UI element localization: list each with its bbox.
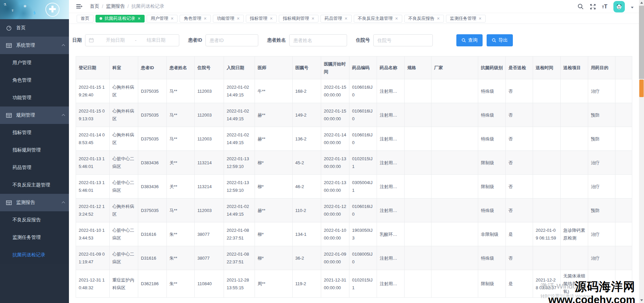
table-cell: 注射用… xyxy=(377,79,405,103)
scrollbar-thumb[interactable] xyxy=(639,6,644,79)
admission-no-input[interactable] xyxy=(373,34,433,46)
tab-close-icon[interactable]: ✕ xyxy=(270,17,273,20)
table-cell: D383436 xyxy=(138,151,167,175)
table-cell xyxy=(615,246,632,270)
table-row[interactable]: 2022-01-15 09:13:03心胸外科病区D375035马**11200… xyxy=(76,103,632,127)
sidebar-item[interactable]: 不良反应报告 xyxy=(0,211,69,229)
table-row[interactable]: 2022-01-10 13:44:53心脏中心二病区D31616朱**38077… xyxy=(76,222,632,246)
sidebar-item[interactable]: 首页 xyxy=(0,19,69,37)
tab-close-icon[interactable]: ✕ xyxy=(203,17,206,20)
sidebar-item[interactable]: 指标管理 xyxy=(0,124,69,141)
sidebar-item[interactable]: 用户管理 xyxy=(0,54,69,72)
column-header: 患者ID xyxy=(138,56,167,79)
menu-fold-icon[interactable] xyxy=(76,4,82,9)
date-start-placeholder: 开始日期 xyxy=(96,37,135,43)
column-header: 患者姓名 xyxy=(167,56,195,79)
tab[interactable]: 指标规则管理✕ xyxy=(279,15,318,23)
tab-close-icon[interactable]: ✕ xyxy=(395,17,398,20)
table-row[interactable]: 2022-01-14 08:53:45心胸外科病区D375035马**11200… xyxy=(76,127,632,151)
table-row[interactable]: 2022-01-13 15:46:01心脏中心二病区D383436关**1132… xyxy=(76,151,632,175)
breadcrumb-item[interactable]: 首页 xyxy=(90,3,99,9)
tab-close-icon[interactable]: ✕ xyxy=(479,17,482,20)
avatar[interactable] xyxy=(613,1,625,12)
table-cell: 112003 xyxy=(195,127,224,151)
table-cell xyxy=(561,151,588,175)
table-row[interactable]: 2022-01-15 19:26:40心胸外科病区D375035马**11200… xyxy=(76,79,632,103)
fullscreen-icon[interactable] xyxy=(590,4,596,10)
column-header: 医嘱号 xyxy=(293,56,321,79)
tab-close-icon[interactable]: ✕ xyxy=(138,17,141,20)
tab[interactable]: 药品管理✕ xyxy=(320,15,351,23)
table-cell: 特殊级 xyxy=(478,103,506,127)
eye-icon: ◉ xyxy=(24,4,27,8)
sidebar-item[interactable]: 监测任务管理 xyxy=(0,229,69,246)
table-row[interactable]: 2021-12-31 10:48:32重症监护内科病区D362186朱**110… xyxy=(76,270,632,298)
sidebar-group[interactable]: 系统管理 xyxy=(0,37,69,54)
chevron-down-icon[interactable] xyxy=(631,7,634,8)
table-cell: 赫** xyxy=(255,127,293,151)
table-row[interactable]: 2022-01-13 15:46:01心脏中心二病区D383436关**1132… xyxy=(76,175,632,199)
table-cell: 是 xyxy=(506,270,533,298)
table-cell: 否 xyxy=(506,199,533,222)
sidebar-item[interactable]: 不良反应主题管理 xyxy=(0,176,69,194)
table-cell: 2022-01-15 00:00:00 xyxy=(321,103,349,127)
tab[interactable]: 用户管理✕ xyxy=(147,15,178,23)
sidebar-item[interactable]: 角色管理 xyxy=(0,72,69,89)
chevron-up-icon xyxy=(62,202,65,205)
scroll-up-arrow-icon[interactable] xyxy=(640,2,643,4)
sidebar-item[interactable]: 功能管理 xyxy=(0,89,69,106)
sidebar-group[interactable]: 监测报告 xyxy=(0,194,69,211)
sidebar-item[interactable]: 药品管理 xyxy=(0,159,69,176)
patient-id-input[interactable] xyxy=(205,34,258,46)
table-row[interactable]: 2022-01-12 13:24:52心胸外科病区D375035马**11200… xyxy=(76,199,632,222)
scroll-down-arrow-icon[interactable] xyxy=(640,299,643,301)
tab-close-icon[interactable]: ✕ xyxy=(344,17,347,20)
tab-close-icon[interactable]: ✕ xyxy=(237,17,240,20)
font-size-icon[interactable]: TT xyxy=(602,4,607,10)
tab-close-icon[interactable]: ✕ xyxy=(311,17,314,20)
breadcrumb-separator: / xyxy=(102,4,103,9)
table-cell: 2022-01-13 15:46:01 xyxy=(76,175,110,199)
search-button[interactable]: 查询 xyxy=(456,34,483,46)
table-cell xyxy=(405,103,431,127)
tab-close-icon[interactable]: ✕ xyxy=(437,17,440,20)
sidebar-item[interactable]: 指标规则管理 xyxy=(0,141,69,159)
table-cell: 112003 xyxy=(195,199,224,222)
date-range-input[interactable]: 开始日期 - 结束日期 xyxy=(85,34,179,46)
tab[interactable]: 功能管理✕ xyxy=(213,15,244,23)
page-scrollbar[interactable] xyxy=(639,0,644,303)
tab[interactable]: 不良反应主题管理✕ xyxy=(354,15,402,23)
date-end-placeholder: 结束日期 xyxy=(137,37,176,43)
tab[interactable]: 监测任务管理✕ xyxy=(446,15,486,23)
tab-active[interactable]: 抗菌药送检记录✕ xyxy=(96,15,145,23)
tab[interactable]: 角色管理✕ xyxy=(180,15,211,23)
tab[interactable]: 指标管理✕ xyxy=(246,15,277,23)
table-cell: 朱** xyxy=(167,270,195,298)
export-button[interactable]: 导出 xyxy=(487,34,513,46)
table-cell xyxy=(431,246,478,270)
tab-close-icon[interactable]: ✕ xyxy=(171,17,174,20)
patient-name-input[interactable] xyxy=(289,34,347,46)
table-cell: 否 xyxy=(506,127,533,151)
sidebar-item-label: 不良反应报告 xyxy=(12,217,41,223)
table-row[interactable]: 2022-01-09 01:19:47心脏中心二病区D31616朱**38077… xyxy=(76,246,632,270)
table-cell: 46-2 xyxy=(293,175,321,199)
search-button-label: 查询 xyxy=(468,37,478,43)
sidebar-item[interactable]: 抗菌药送检记录 xyxy=(0,246,69,264)
breadcrumb-item[interactable]: 监测报告 xyxy=(106,3,125,9)
sidebar-item-label: 监测报告 xyxy=(16,200,35,206)
table-cell xyxy=(533,151,561,175)
sidebar-group[interactable]: 规则管理 xyxy=(0,106,69,124)
tab[interactable]: 首页 xyxy=(77,15,93,23)
table-cell xyxy=(431,270,478,298)
table-cell: 特殊级 xyxy=(478,246,506,270)
sidebar-item-label: 规则管理 xyxy=(16,112,35,118)
table-cell: 45-2 xyxy=(293,151,321,175)
table-cell: 38077 xyxy=(195,222,224,246)
table-cell: 2022-01-13 00:00:00 xyxy=(321,175,349,199)
search-icon[interactable] xyxy=(577,3,584,10)
sidebar: ⚗ ☤ ◉ 💧 首页系统管理用户管理角色管理功能管理规则管理指标管理指标规则管理… xyxy=(0,0,69,303)
table-cell: D375035 xyxy=(138,127,167,151)
tab[interactable]: 不良反应报告✕ xyxy=(404,15,444,23)
table-cell: 2022-01-08 22:37:51 xyxy=(224,246,255,270)
